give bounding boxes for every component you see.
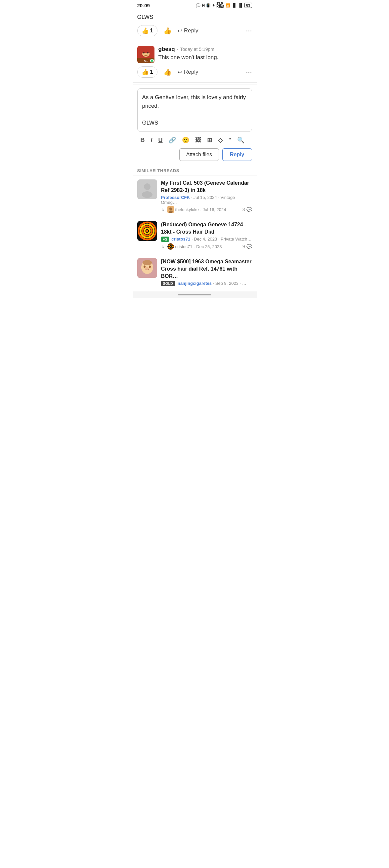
reply-submit-button[interactable]: Reply bbox=[222, 148, 252, 161]
comment-username: gbesq bbox=[159, 46, 175, 53]
thread-author-3: nanjingcigaretes bbox=[177, 281, 212, 286]
wifi-icon: 📶 bbox=[226, 3, 230, 8]
formatting-toolbar: B I U 🔗 🙂 🖼 ⊞ ◇ " 🔍 bbox=[137, 132, 252, 147]
similar-threads-label: SIMILAR THREADS bbox=[133, 165, 257, 175]
first-comment-like-count: 1 bbox=[150, 27, 153, 34]
more-dots-icon: ··· bbox=[246, 26, 252, 35]
quote-button[interactable]: " bbox=[227, 136, 233, 145]
reply-arrow-icon2: ↩ bbox=[177, 69, 182, 76]
comment-body: This one won't last long. bbox=[159, 54, 252, 61]
svg-point-30 bbox=[143, 260, 152, 265]
thread-reply-row-1: ↳ theluckyluke · Jul 16, 2024 3 💬 bbox=[161, 206, 252, 213]
sold-badge: SOLD bbox=[161, 281, 175, 286]
fs-badge: FS bbox=[161, 237, 169, 242]
svg-point-28 bbox=[149, 266, 151, 268]
second-comment-like-count: 1 bbox=[150, 69, 153, 75]
search-doc-icon: 🔍 bbox=[237, 137, 245, 144]
second-comment-like-button[interactable]: 👍 1 bbox=[137, 66, 158, 78]
bold-button[interactable]: B bbox=[139, 136, 146, 145]
signal-icon: ▐▌ bbox=[231, 3, 237, 7]
comment-timestamp: · bbox=[177, 46, 178, 52]
thread-sep-1: · bbox=[191, 195, 194, 200]
status-bar: 20:09 💬 N 📳 ✦ 13.0KB/S 📶 ▐▌ ▐▌ 83 bbox=[133, 0, 257, 10]
first-comment-block: GLWS 👍 1 👍 ↩ Reply ··· bbox=[133, 10, 257, 41]
thread-category-2: Private Watch… bbox=[221, 237, 251, 242]
link-button[interactable]: 🔗 bbox=[167, 136, 177, 145]
second-comment-actions: 👍 1 👍 ↩ Reply ··· bbox=[137, 64, 252, 81]
online-indicator bbox=[150, 59, 154, 62]
reply-arrow-icon: ↩ bbox=[177, 27, 182, 34]
reply-count-2: 9 💬 bbox=[243, 244, 252, 249]
second-comment-more-button[interactable]: ··· bbox=[246, 68, 252, 76]
vibrate-icon: 📳 bbox=[206, 3, 211, 8]
gallery-icon: ⊞ bbox=[207, 137, 212, 144]
user-comment-row: Q1 gbesq · Today at 5:19pm This one won'… bbox=[133, 41, 257, 64]
chat-icon-2: 💬 bbox=[246, 244, 252, 249]
messenger-icon: 💬 bbox=[196, 3, 200, 8]
italic-button[interactable]: I bbox=[149, 136, 154, 145]
thread-reply-user-1: theluckyluke bbox=[175, 207, 199, 212]
second-comment-actions-block: 👍 1 👍 ↩ Reply ··· bbox=[133, 64, 257, 83]
underline-button[interactable]: U bbox=[157, 136, 164, 145]
reply-info-1: ↳ theluckyluke · Jul 16, 2024 bbox=[161, 206, 226, 213]
bluetooth-icon: ✦ bbox=[212, 3, 215, 8]
search-button[interactable]: 🔍 bbox=[236, 136, 246, 145]
thread-item-3[interactable]: [NOW $500] 1963 Omega Seamaster Cross ha… bbox=[133, 254, 257, 291]
status-icons: 💬 N 📳 ✦ 13.0KB/S 📶 ▐▌ ▐▌ 83 bbox=[196, 2, 252, 8]
first-comment-like-button[interactable]: 👍 1 bbox=[137, 25, 158, 36]
like-outline-icon2: 👍 bbox=[163, 68, 172, 76]
thread-reply-user-2: cristos71 bbox=[175, 244, 193, 249]
thread-item-1[interactable]: My First Cal. 503 (Genève Calendar Ref 2… bbox=[133, 175, 257, 217]
svg-point-12 bbox=[169, 208, 172, 210]
thread-thumb-1 bbox=[137, 179, 157, 199]
chat-icon-1: 💬 bbox=[246, 207, 252, 212]
gallery-button[interactable]: ⊞ bbox=[206, 136, 213, 145]
thread-title-3: [NOW $500] 1963 Omega Seamaster Cross ha… bbox=[161, 258, 252, 280]
erase-button[interactable]: ◇ bbox=[217, 136, 224, 145]
comment-content: gbesq · Today at 5:19pm This one won't l… bbox=[159, 46, 252, 63]
thread-sep-5: · bbox=[213, 281, 215, 286]
more-dots-icon2: ··· bbox=[246, 68, 252, 76]
quote-icon: " bbox=[228, 137, 231, 144]
reply-editor[interactable]: As a Genève lover, this is lovely and fa… bbox=[137, 88, 252, 132]
thread-item-2[interactable]: (Reduced) Omega Geneve 14724 - 18kt - Cr… bbox=[133, 217, 257, 254]
svg-point-4 bbox=[143, 52, 144, 54]
home-indicator bbox=[178, 294, 211, 296]
first-comment-like-action[interactable]: 👍 bbox=[163, 27, 172, 35]
thread-title-2: (Reduced) Omega Geneve 14724 - 18kt - Cr… bbox=[161, 221, 252, 235]
thumbs-up-icon2: 👍 bbox=[142, 68, 149, 76]
link-icon: 🔗 bbox=[169, 137, 176, 144]
svg-point-24 bbox=[170, 246, 171, 247]
first-comment-more-button[interactable]: ··· bbox=[246, 26, 252, 35]
reply-arrow-1: ↳ bbox=[161, 207, 165, 212]
first-comment-actions: 👍 1 👍 ↩ Reply ··· bbox=[137, 23, 252, 40]
clock: 20:09 bbox=[137, 3, 150, 8]
svg-point-10 bbox=[142, 191, 152, 198]
avatar-wrap: Q1 bbox=[137, 46, 155, 63]
reply-info-2: ↳ cristos71 · Dec 25, 2023 bbox=[161, 243, 222, 250]
bottom-bar bbox=[133, 291, 257, 298]
thread-reply-date-1: Jul 16, 2024 bbox=[203, 207, 226, 212]
second-comment-like-action[interactable]: 👍 bbox=[163, 68, 172, 76]
attach-files-button[interactable]: Attach files bbox=[179, 148, 219, 161]
thread-date-2: Dec 4, 2023 bbox=[194, 237, 217, 242]
reply-count-1: 3 💬 bbox=[243, 207, 252, 212]
svg-point-27 bbox=[144, 266, 145, 268]
thread-author-1: ProfessorCFK bbox=[161, 195, 190, 200]
thread-content-2: (Reduced) Omega Geneve 14724 - 18kt - Cr… bbox=[161, 221, 252, 250]
like-outline-icon: 👍 bbox=[163, 27, 172, 35]
editor-content-line2: GLWS bbox=[142, 120, 159, 126]
emoji-button[interactable]: 🙂 bbox=[180, 136, 191, 145]
nfc-icon: N bbox=[202, 3, 205, 8]
second-comment-reply-button[interactable]: ↩ Reply bbox=[177, 69, 198, 76]
thread-title-1: My First Cal. 503 (Genève Calendar Ref 2… bbox=[161, 179, 252, 194]
first-comment-reply-button[interactable]: ↩ Reply bbox=[177, 27, 198, 34]
thread-reply-sep-1: · bbox=[200, 207, 201, 212]
svg-point-20 bbox=[146, 230, 148, 232]
thread-author-2: cristos71 bbox=[171, 237, 190, 242]
thread-content-3: [NOW $500] 1963 Omega Seamaster Cross ha… bbox=[161, 258, 252, 287]
image-button[interactable]: 🖼 bbox=[194, 136, 202, 145]
thread-reply-row-2: ↳ cristos71 · Dec 25, 2023 9 💬 bbox=[161, 243, 252, 250]
thread-thumb-2 bbox=[137, 221, 157, 241]
thread-meta-2: FS cristos71 · Dec 4, 2023 · Private Wat… bbox=[161, 237, 252, 242]
